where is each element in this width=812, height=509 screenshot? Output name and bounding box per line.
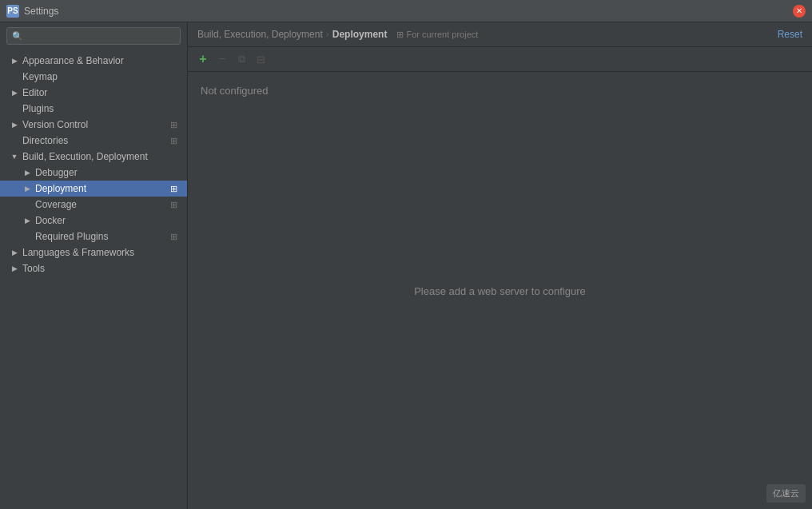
watermark: 亿速云: [766, 484, 806, 503]
main-layout: 🔍 ▶ Appearance & Behavior Keymap ▶ Edito…: [0, 22, 812, 509]
page-icon: ⊞: [168, 231, 179, 242]
arrow-icon: ▶: [10, 248, 19, 257]
sidebar-item-appearance[interactable]: ▶ Appearance & Behavior: [0, 53, 187, 69]
sidebar-item-label: Directories: [22, 135, 168, 146]
sidebar-item-label: Version Control: [22, 119, 168, 130]
arrow-icon: ▶: [22, 168, 32, 177]
sidebar-item-label: Plugins: [22, 103, 179, 114]
breadcrumb-current: Deployment: [332, 29, 388, 40]
sidebar-item-label: Deployment: [35, 183, 168, 194]
sidebar-item-label: Appearance & Behavior: [22, 55, 179, 66]
window-title: Settings: [24, 6, 58, 17]
toolbar: + − ⧉ ⊟: [188, 47, 812, 72]
not-configured-label: Not configured: [201, 85, 269, 97]
arrow-icon: ▶: [10, 120, 19, 129]
sidebar-item-plugins[interactable]: Plugins: [0, 101, 187, 117]
sidebar-item-tools[interactable]: ▶ Tools: [0, 260, 187, 276]
arrow-icon: ▶: [10, 88, 19, 97]
search-icon: 🔍: [12, 31, 23, 42]
please-add-label: Please add a web server to configure: [414, 284, 586, 296]
sidebar-item-coverage[interactable]: Coverage ⊞: [0, 197, 187, 213]
breadcrumb: Build, Execution, Deployment › Deploymen…: [197, 29, 773, 40]
search-input[interactable]: [26, 30, 175, 42]
sidebar-item-keymap[interactable]: Keymap: [0, 69, 187, 85]
sidebar-item-build-execution[interactable]: ▼ Build, Execution, Deployment: [0, 149, 187, 165]
page-icon: ⊞: [168, 119, 179, 130]
arrow-icon: ▶: [10, 264, 19, 273]
window-controls: ✕: [793, 5, 806, 18]
sidebar-item-version-control[interactable]: ▶ Version Control ⊞: [0, 117, 187, 133]
move-button[interactable]: ⊟: [252, 50, 269, 68]
sidebar-item-editor[interactable]: ▶ Editor: [0, 85, 187, 101]
copy-button[interactable]: ⧉: [233, 50, 250, 68]
sidebar-item-label: Coverage: [35, 199, 168, 210]
sidebar-item-label: Languages & Frameworks: [22, 247, 179, 258]
sidebar-item-docker[interactable]: ▶ Docker: [0, 213, 187, 229]
close-button[interactable]: ✕: [793, 5, 806, 18]
page-icon: ⊞: [168, 135, 179, 146]
app-icon: PS: [6, 5, 19, 18]
breadcrumb-parent: Build, Execution, Deployment: [197, 29, 323, 40]
sidebar-item-directories[interactable]: Directories ⊞: [0, 133, 187, 149]
breadcrumb-project-scope: ⊞For current project: [396, 30, 478, 40]
remove-button[interactable]: −: [213, 50, 231, 68]
sidebar-item-required-plugins[interactable]: Required Plugins ⊞: [0, 229, 187, 245]
page-icon: ⊞: [168, 183, 179, 194]
content-area: Build, Execution, Deployment › Deploymen…: [188, 22, 812, 509]
sidebar-item-label: Required Plugins: [35, 231, 168, 242]
page-icon: ⊞: [168, 199, 179, 210]
sidebar-item-label: Debugger: [35, 167, 179, 178]
arrow-icon: ▶: [10, 56, 19, 66]
sidebar-list: ▶ Appearance & Behavior Keymap ▶ Editor …: [0, 50, 187, 509]
arrow-icon: ▶: [22, 216, 32, 225]
sidebar-item-languages-frameworks[interactable]: ▶ Languages & Frameworks: [0, 245, 187, 260]
sidebar-item-label: Editor: [22, 87, 179, 98]
add-button[interactable]: +: [194, 50, 212, 68]
breadcrumb-separator: ›: [326, 29, 329, 40]
content-body: Not configured Please add a web server t…: [188, 72, 812, 509]
arrow-icon: ▶: [22, 184, 32, 193]
sidebar-item-label: Build, Execution, Deployment: [22, 151, 179, 162]
arrow-icon: ▼: [10, 152, 19, 161]
reset-button[interactable]: Reset: [778, 29, 802, 40]
title-bar: PS Settings ✕: [0, 0, 812, 22]
search-box[interactable]: 🔍: [6, 27, 181, 45]
sidebar-item-label: Docker: [35, 215, 179, 226]
content-header: Build, Execution, Deployment › Deploymen…: [188, 22, 812, 47]
sidebar-item-label: Keymap: [22, 71, 179, 82]
sidebar-item-debugger[interactable]: ▶ Debugger: [0, 165, 187, 181]
sidebar-item-deployment[interactable]: ▶ Deployment ⊞: [0, 181, 187, 197]
sidebar-item-label: Tools: [22, 263, 179, 274]
sidebar: 🔍 ▶ Appearance & Behavior Keymap ▶ Edito…: [0, 22, 188, 509]
